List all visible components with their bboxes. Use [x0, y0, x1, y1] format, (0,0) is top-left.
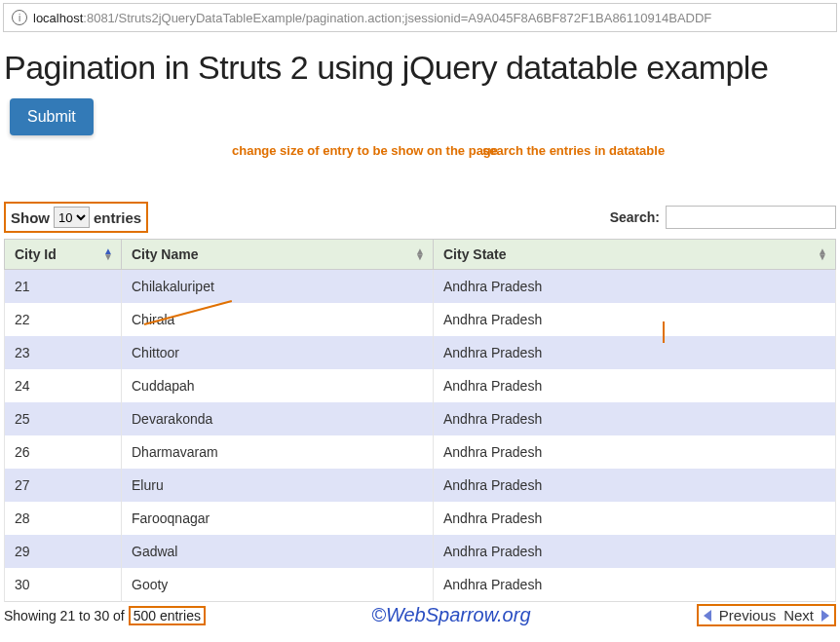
annotation-change-size: change size of entry to be show on the p… — [232, 143, 498, 158]
length-control: Show 10 entries — [4, 202, 148, 233]
cell-name: Gadwal — [122, 535, 434, 568]
sort-icon: ▲▼ — [103, 248, 113, 260]
cell-state: Andhra Pradesh — [434, 270, 836, 304]
cell-state: Andhra Pradesh — [434, 535, 836, 568]
cell-id: 24 — [5, 369, 122, 402]
cell-state: Andhra Pradesh — [434, 469, 836, 502]
cell-state: Andhra Pradesh — [434, 369, 836, 402]
total-entries-box: 500 entries — [129, 606, 206, 625]
table-row: 23ChittoorAndhra Pradesh — [5, 336, 836, 369]
cell-state: Andhra Pradesh — [434, 435, 836, 469]
cell-name: Devarakonda — [122, 402, 434, 435]
url-host: localhost — [33, 11, 83, 25]
annotation-search: search the entries in datatable — [482, 143, 665, 158]
cell-id: 27 — [5, 469, 122, 502]
table-row: 30GootyAndhra Pradesh — [5, 568, 836, 602]
search-input[interactable] — [666, 206, 836, 229]
page-title: Pagination in Struts 2 using jQuery data… — [0, 35, 840, 98]
next-arrow-icon[interactable] — [821, 610, 829, 622]
url-path: :8081/Struts2jQueryDataTableExample/pagi… — [83, 11, 711, 25]
cell-name: Cuddapah — [122, 369, 434, 402]
cell-id: 26 — [5, 435, 122, 469]
data-table: City Id ▲▼ City Name ▲▼ City State ▲▼ 21… — [4, 239, 836, 602]
table-info: Showing 21 to 30 of 500 entries — [4, 606, 206, 625]
next-button[interactable]: Next — [783, 607, 814, 623]
cell-id: 21 — [5, 270, 122, 304]
cell-name: Chirala — [122, 303, 434, 336]
cell-id: 28 — [5, 502, 122, 535]
table-row: 25DevarakondaAndhra Pradesh — [5, 402, 836, 435]
cell-name: Farooqnagar — [122, 502, 434, 535]
table-row: 24CuddapahAndhra Pradesh — [5, 369, 836, 402]
search-label: Search: — [610, 209, 660, 225]
prev-arrow-icon[interactable] — [704, 610, 711, 622]
table-row: 22ChiralaAndhra Pradesh — [5, 303, 836, 336]
cell-id: 30 — [5, 568, 122, 602]
cell-name: Gooty — [122, 568, 434, 602]
table-row: 29GadwalAndhra Pradesh — [5, 535, 836, 568]
col-city-state[interactable]: City State ▲▼ — [434, 240, 836, 270]
cell-name: Chilakaluripet — [122, 270, 434, 304]
submit-button[interactable]: Submit — [10, 98, 94, 135]
cell-id: 29 — [5, 535, 122, 568]
info-icon: i — [12, 10, 27, 25]
cell-state: Andhra Pradesh — [434, 303, 836, 336]
sort-icon: ▲▼ — [415, 248, 425, 260]
previous-button[interactable]: Previous — [719, 607, 776, 623]
length-entries-label: entries — [94, 209, 141, 226]
length-select[interactable]: 10 — [54, 207, 90, 228]
cell-state: Andhra Pradesh — [434, 402, 836, 435]
search-control: Search: — [610, 206, 836, 229]
cell-id: 25 — [5, 402, 122, 435]
table-row: 26DharmavaramAndhra Pradesh — [5, 435, 836, 469]
paginator: Previous Next — [697, 604, 836, 626]
col-city-name[interactable]: City Name ▲▼ — [122, 240, 434, 270]
cell-state: Andhra Pradesh — [434, 502, 836, 535]
cell-name: Dharmavaram — [122, 435, 434, 469]
cell-id: 23 — [5, 336, 122, 369]
cell-state: Andhra Pradesh — [434, 336, 836, 369]
cell-state: Andhra Pradesh — [434, 568, 836, 602]
col-city-id[interactable]: City Id ▲▼ — [5, 240, 122, 270]
annotation-line — [663, 321, 665, 343]
sort-icon: ▲▼ — [818, 248, 827, 260]
table-row: 28FarooqnagarAndhra Pradesh — [5, 502, 836, 535]
cell-name: Chittoor — [122, 336, 434, 369]
watermark: ©WebSparrow.org — [206, 604, 697, 626]
table-row: 27EluruAndhra Pradesh — [5, 469, 836, 502]
table-row: 21ChilakaluripetAndhra Pradesh — [5, 270, 836, 304]
cell-name: Eluru — [122, 469, 434, 502]
length-show-label: Show — [11, 209, 50, 226]
url-bar[interactable]: i localhost:8081/Struts2jQueryDataTableE… — [3, 3, 837, 32]
cell-id: 22 — [5, 303, 122, 336]
